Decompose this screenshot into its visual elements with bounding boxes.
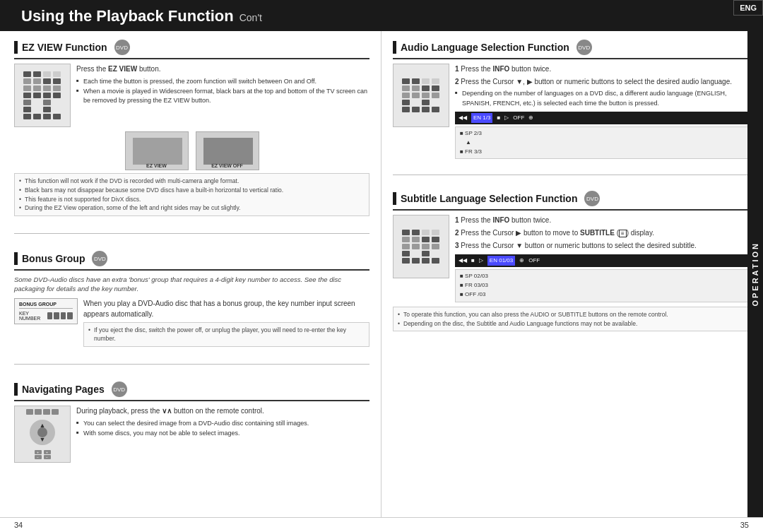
subtitle-note-1: To operate this function, you can also p… [398, 310, 747, 319]
ez-view-notes: This function will not work if the DVD i… [14, 173, 369, 216]
subtitle-channel-display: ◀◀■▷ EN 01/03 ⊕OFF ■ SP 02/03 ■ FR 03/03… [455, 254, 752, 302]
subtitle-lang-title-bar: Subtitle Language Selection Function DVD [393, 191, 752, 211]
subtitle-lang-title: Subtitle Language Selection Function [401, 193, 577, 204]
dvd-icon: DVD [114, 40, 130, 55]
nav-pages-body: ▲ ▼ + − + − [14, 406, 369, 463]
nav-bullets: You can select the desired image from a … [76, 419, 369, 438]
audio-remote-image [393, 64, 449, 127]
audio-bullet-1: Depending on the number of languages on … [455, 89, 752, 108]
bonus-group-section: Bonus Group DVD Some DVD-Audio discs hav… [14, 251, 369, 347]
bonus-group-title: Bonus Group [22, 253, 85, 264]
audio-lang-title-bar: Audio Language Selection Function DVD [393, 40, 752, 59]
subtitle-sub-channels: ■ SP 02/03 ■ FR 03/03 ■ OFF /03 [455, 269, 752, 302]
operation-label: OPERATION [751, 242, 759, 307]
bonus-group-label: BONUS GROUP [19, 302, 73, 309]
ez-view-remote-image [14, 64, 71, 127]
subtitle-language-section: Subtitle Language Selection Function DVD [393, 191, 752, 331]
nav-instructions: During playback, press the ∨∧ button on … [76, 406, 369, 438]
audio-dvd-icon: DVD [576, 40, 592, 55]
nav-remote-image: ▲ ▼ + − + − [14, 406, 71, 463]
bonus-dvd-icon: DVD [92, 251, 107, 266]
ez-view-on-box: EZ VIEW [125, 131, 189, 170]
subtitle-bar-accent [393, 192, 396, 205]
title-bar-accent [14, 41, 18, 54]
audio-bullets: Depending on the number of languages on … [455, 89, 752, 108]
page-header: Using the Playback Function Con't [0, 0, 763, 31]
ez-view-body: Press the EZ VIEW button. Each time the … [14, 64, 369, 127]
main-title: Using the Playback Function [21, 7, 234, 25]
subtitle-lang-instructions: 1 Press the INFO button twice. 2 Press t… [455, 215, 752, 302]
ez-note-2: Black bars may not disappear because som… [19, 186, 365, 195]
bonus-group-title-bar: Bonus Group DVD [14, 251, 369, 271]
left-column: EZ VIEW Function DVD [0, 31, 382, 517]
ez-view-off-box: EZ VIEW OFF [196, 131, 259, 170]
ez-view-title: EZ VIEW Function [22, 42, 107, 53]
eng-badge: ENG [733, 0, 763, 16]
ez-view-bullets: Each time the button is pressed, the zoo… [76, 77, 369, 106]
ez-view-bullet-2: When a movie is played in Widescreen for… [76, 87, 369, 106]
bonus-note-1: If you eject the disc, switch the power … [88, 326, 365, 344]
right-column: Audio Language Selection Function DVD [382, 31, 763, 517]
page-num-left: 34 [14, 521, 23, 529]
ez-note-3: This feature is not supported for DivX d… [19, 195, 365, 204]
audio-remote [393, 64, 449, 127]
nav-pages-title: Navigating Pages [22, 384, 105, 395]
subtitle-dvd-icon: DVD [584, 191, 600, 206]
audio-bar-accent [393, 41, 396, 54]
bonus-main-text: When you play a DVD-Audio disc that has … [83, 298, 369, 319]
nav-bullet-2: With some discs, you may not be able to … [76, 429, 369, 439]
nav-bar-accent [14, 383, 18, 396]
nav-pages-title-bar: Navigating Pages DVD [14, 382, 369, 401]
page-numbers: 34 35 [0, 517, 763, 532]
ez-note-1: This function will not work if the DVD i… [19, 177, 365, 186]
ez-view-bullet-1: Each time the button is pressed, the zoo… [76, 77, 369, 87]
audio-channel-bar: ◀◀ EN 1/3 ■▷OFF⊕ [455, 112, 752, 124]
subtitle-note-2: Depending on the disc, the Subtitle and … [398, 319, 747, 329]
bonus-group-instructions: When you play a DVD-Audio disc that has … [83, 298, 369, 348]
bonus-group-body: BONUS GROUP KEY NUMBER When you play a D… [14, 298, 369, 348]
ez-view-section: EZ VIEW Function DVD [14, 40, 369, 216]
audio-lang-instructions: 1 Press the INFO button twice. 2 Press t… [455, 64, 752, 159]
audio-channel-display: ◀◀ EN 1/3 ■▷OFF⊕ ■ SP 2/3 ▲ ■ FR 3/3 [455, 112, 752, 159]
key-number-row: KEY NUMBER [19, 311, 73, 321]
nav-dvd-icon: DVD [112, 382, 127, 397]
subtitle-channel-bar: ◀◀■▷ EN 01/03 ⊕OFF [455, 254, 752, 267]
bonus-group-display: BONUS GROUP KEY NUMBER [14, 298, 78, 324]
subtitle-notes: To operate this function, you can also p… [393, 307, 752, 332]
ez-view-images: EZ VIEW EZ VIEW OFF [14, 131, 369, 170]
audio-lang-title: Audio Language Selection Function [401, 42, 569, 53]
page-num-right: 35 [740, 521, 749, 529]
ez-note-4: During the EZ View operation, some of th… [19, 203, 365, 213]
bonus-note: If you eject the disc, switch the power … [83, 322, 369, 348]
main-content: EZ VIEW Function DVD [0, 31, 763, 517]
sub-title: Con't [239, 12, 262, 23]
navigating-pages-section: Navigating Pages DVD ▲ [14, 382, 369, 463]
subtitle-remote-container [393, 215, 449, 278]
audio-sub-channels: ■ SP 2/3 ▲ ■ FR 3/3 [455, 126, 752, 159]
bonus-group-intro: Some DVD-Audio discs have an extra 'bonu… [14, 275, 369, 294]
subtitle-remote [393, 215, 449, 278]
ez-view-instructions: Press the EZ VIEW button. Each time the … [76, 64, 369, 106]
subtitle-lang-body: 1 Press the INFO button twice. 2 Press t… [393, 215, 752, 302]
audio-lang-body: 1 Press the INFO button twice. 2 Press t… [393, 64, 752, 159]
bonus-bar-accent [14, 252, 18, 265]
operation-sidebar: OPERATION [747, 31, 763, 517]
nav-bullet-1: You can select the desired image from a … [76, 419, 369, 429]
audio-language-section: Audio Language Selection Function DVD [393, 40, 752, 159]
ez-view-title-bar: EZ VIEW Function DVD [14, 40, 369, 59]
nav-main-text: During playback, press the ∨∧ button on … [76, 406, 369, 416]
